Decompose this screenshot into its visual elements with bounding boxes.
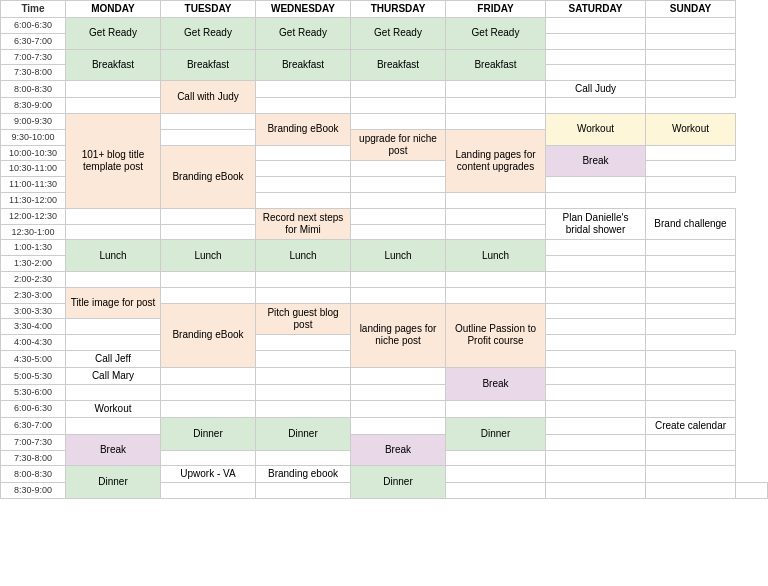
time-cell: 9:00-9:30 xyxy=(1,113,66,129)
event-cell: Landing pages for content upgrades xyxy=(446,129,546,192)
event-cell: upgrade for niche post xyxy=(351,129,446,161)
table-row: 8:30-9:00 xyxy=(1,98,768,114)
empty-cell xyxy=(546,466,646,483)
empty-cell xyxy=(351,384,446,400)
event-cell: Create calendar xyxy=(646,417,736,434)
empty-cell xyxy=(546,240,646,256)
empty-cell xyxy=(446,466,546,483)
event-cell: landing pages for niche post xyxy=(351,303,446,367)
event-cell: Break xyxy=(546,145,646,177)
empty-cell xyxy=(256,145,351,161)
empty-cell xyxy=(646,145,736,161)
empty-cell xyxy=(351,81,446,98)
table-row: 6:00-6:30 Get Ready Get Ready Get Ready … xyxy=(1,18,768,34)
time-cell: 5:30-6:00 xyxy=(1,384,66,400)
event-cell: Lunch xyxy=(256,240,351,272)
empty-cell xyxy=(256,98,351,114)
time-cell: 1:00-1:30 xyxy=(1,240,66,256)
empty-cell xyxy=(256,400,351,417)
empty-cell xyxy=(256,367,351,384)
empty-cell xyxy=(646,319,736,335)
header-tuesday: TUESDAY xyxy=(161,1,256,18)
empty-cell xyxy=(646,303,736,319)
empty-cell xyxy=(646,81,736,98)
event-cell: Call with Judy xyxy=(161,81,256,114)
table-row: 12:00-12:30 Record next steps for Mimi P… xyxy=(1,208,768,224)
empty-cell xyxy=(161,450,256,466)
table-row: 5:30-6:00 xyxy=(1,384,768,400)
empty-cell xyxy=(446,98,546,114)
empty-cell xyxy=(646,450,736,466)
empty-cell xyxy=(351,400,446,417)
weekly-calendar: Time MONDAY TUESDAY WEDNESDAY THURSDAY F… xyxy=(0,0,768,499)
time-cell: 6:00-6:30 xyxy=(1,400,66,417)
empty-cell xyxy=(646,65,736,81)
event-cell: Dinner xyxy=(161,417,256,450)
empty-cell xyxy=(351,224,446,240)
table-row: 8:00-8:30 Dinner Upwork - VA Branding eb… xyxy=(1,466,768,483)
empty-cell xyxy=(546,49,646,65)
time-cell: 11:00-11:30 xyxy=(1,177,66,193)
empty-cell xyxy=(446,113,546,129)
event-cell: Breakfast xyxy=(351,49,446,81)
header-friday: FRIDAY xyxy=(446,1,546,18)
empty-cell xyxy=(646,434,736,450)
event-cell: Get Ready xyxy=(446,18,546,50)
empty-cell xyxy=(546,367,646,384)
empty-cell xyxy=(446,81,546,98)
event-cell: Branding eBook xyxy=(161,303,256,367)
empty-cell xyxy=(646,287,736,303)
time-cell: 12:00-12:30 xyxy=(1,208,66,224)
table-row: 7:00-7:30 Break Break xyxy=(1,434,768,450)
empty-cell xyxy=(546,303,646,319)
time-cell: 2:00-2:30 xyxy=(1,271,66,287)
empty-cell xyxy=(351,287,446,303)
event-cell: Get Ready xyxy=(66,18,161,50)
empty-cell xyxy=(546,287,646,303)
empty-cell xyxy=(546,192,646,208)
empty-cell xyxy=(66,98,161,114)
empty-cell xyxy=(546,384,646,400)
empty-cell xyxy=(446,224,546,240)
event-cell: 101+ blog title template post xyxy=(66,113,161,208)
empty-cell xyxy=(256,335,351,351)
empty-cell xyxy=(256,450,351,466)
empty-cell xyxy=(161,113,256,129)
empty-cell xyxy=(546,350,646,367)
empty-cell xyxy=(546,434,646,450)
time-cell: 4:00-4:30 xyxy=(1,335,66,351)
empty-cell xyxy=(646,350,736,367)
event-cell: Lunch xyxy=(161,240,256,272)
event-cell: Breakfast xyxy=(66,49,161,81)
empty-cell xyxy=(256,177,351,193)
empty-cell xyxy=(446,287,546,303)
empty-cell xyxy=(161,224,256,240)
empty-cell xyxy=(351,417,446,434)
time-cell: 3:00-3:30 xyxy=(1,303,66,319)
empty-cell xyxy=(646,367,736,384)
event-cell: Dinner xyxy=(446,417,546,450)
empty-cell xyxy=(646,466,736,483)
event-cell: Pitch guest blog post xyxy=(256,303,351,335)
time-cell: 7:30-8:00 xyxy=(1,450,66,466)
time-cell: 12:30-1:00 xyxy=(1,224,66,240)
empty-cell xyxy=(256,161,351,177)
empty-cell xyxy=(66,224,161,240)
time-cell: 4:30-5:00 xyxy=(1,350,66,367)
time-cell: 8:00-8:30 xyxy=(1,466,66,483)
event-cell: Break xyxy=(66,434,161,466)
empty-cell xyxy=(646,177,736,193)
empty-cell xyxy=(546,483,646,499)
event-cell: Brand challenge xyxy=(646,208,736,240)
time-cell: 9:30-10:00 xyxy=(1,129,66,145)
event-cell: Record next steps for Mimi xyxy=(256,208,351,240)
header-saturday: SATURDAY xyxy=(546,1,646,18)
empty-cell xyxy=(646,33,736,49)
event-cell: Call Mary xyxy=(66,367,161,384)
header-time: Time xyxy=(1,1,66,18)
event-cell: Plan Danielle's bridal shower xyxy=(546,208,646,240)
time-cell: 6:00-6:30 xyxy=(1,18,66,34)
empty-cell xyxy=(351,161,446,177)
empty-cell xyxy=(646,271,736,287)
time-cell: 2:30-3:00 xyxy=(1,287,66,303)
